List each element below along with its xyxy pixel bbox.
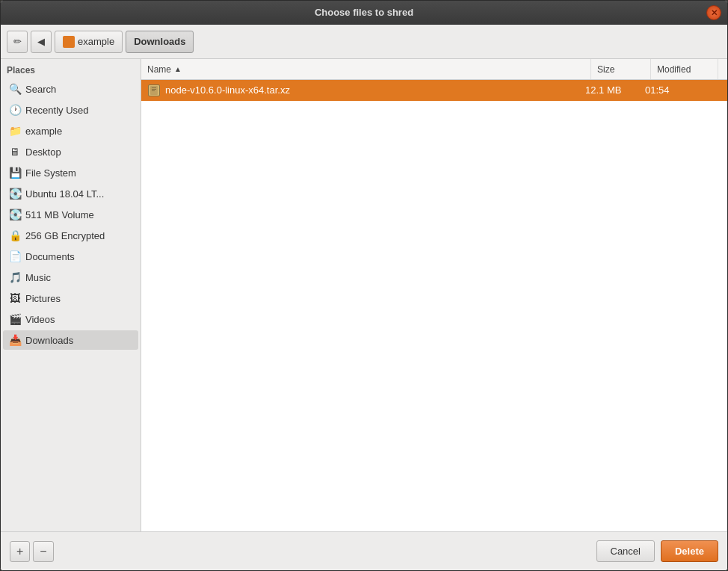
breadcrumb-downloads[interactable]: Downloads xyxy=(126,31,194,53)
svg-rect-1 xyxy=(152,87,156,88)
remove-button[interactable]: − xyxy=(33,541,53,562)
example-icon: 📁 xyxy=(9,125,21,137)
dialog-title: Choose files to shred xyxy=(315,7,413,18)
sidebar-item-ubuntu[interactable]: 💽 Ubuntu 18.04 LT... xyxy=(3,184,138,203)
sidebar-item-documents[interactable]: 📄 Documents xyxy=(3,247,138,266)
close-button[interactable]: ✕ xyxy=(706,5,721,20)
sidebar-item-256gb[interactable]: 🔒 256 GB Encrypted xyxy=(3,226,138,245)
file-size: 12.1 MB xyxy=(585,84,645,96)
toolbar: ✏ ◀ example Downloads xyxy=(1,25,727,59)
sort-arrow-name: ▲ xyxy=(174,65,182,73)
sidebar-section-label: Places xyxy=(1,59,141,78)
main-area: Places 🔍 Search 🕐 Recently Used 📁 exampl… xyxy=(1,59,727,531)
desktop-icon: 🖥 xyxy=(9,146,21,158)
sidebar-item-pictures[interactable]: 🖼 Pictures xyxy=(3,288,138,308)
titlebar: Choose files to shred ✕ xyxy=(1,1,727,25)
back-button[interactable]: ◀ xyxy=(31,31,52,53)
footer-right: Cancel Delete xyxy=(596,540,719,562)
filelist-header: Name ▲ Size Modified xyxy=(141,59,727,80)
footer: + − Cancel Delete xyxy=(1,531,727,570)
add-button[interactable]: + xyxy=(10,541,30,562)
column-size[interactable]: Size xyxy=(591,59,651,79)
filesystem-icon: 💾 xyxy=(9,167,21,179)
cancel-button[interactable]: Cancel xyxy=(596,540,655,562)
videos-icon: 🎬 xyxy=(9,313,21,325)
table-row[interactable]: node-v10.6.0-linux-x64.tar.xz 12.1 MB 01… xyxy=(141,80,727,101)
edit-icon: ✏ xyxy=(13,36,22,47)
delete-button[interactable]: Delete xyxy=(661,540,718,562)
pictures-icon: 🖼 xyxy=(9,292,21,304)
column-name[interactable]: Name ▲ xyxy=(141,59,591,79)
music-icon: 🎵 xyxy=(9,271,21,283)
file-name: node-v10.6.0-linux-x64.tar.xz xyxy=(165,84,585,96)
file-archive-icon xyxy=(147,84,161,97)
remove-icon: − xyxy=(40,545,46,558)
sidebar-item-example[interactable]: 📁 example xyxy=(3,121,138,141)
documents-icon: 📄 xyxy=(9,250,21,262)
search-icon: 🔍 xyxy=(9,83,21,95)
ubuntu-drive-icon: 💽 xyxy=(9,188,21,200)
sidebar-item-511mb[interactable]: 💽 511 MB Volume xyxy=(3,205,138,224)
footer-left: + − xyxy=(10,541,54,562)
recently-used-icon: 🕐 xyxy=(9,104,21,116)
svg-rect-2 xyxy=(152,89,156,90)
breadcrumb-example[interactable]: example xyxy=(55,31,123,53)
sidebar-item-search[interactable]: 🔍 Search xyxy=(3,79,138,99)
downloads-icon: 📥 xyxy=(9,334,21,346)
file-modified: 01:54 xyxy=(645,84,712,96)
sidebar: Places 🔍 Search 🕐 Recently Used 📁 exampl… xyxy=(1,59,141,531)
filelist-pane: Name ▲ Size Modified xyxy=(141,59,727,531)
edit-button[interactable]: ✏ xyxy=(7,31,28,53)
dialog: Choose files to shred ✕ ✏ ◀ example Down… xyxy=(0,0,728,571)
256gb-drive-icon: 🔒 xyxy=(9,229,21,241)
example-folder-icon xyxy=(63,36,75,48)
sidebar-item-desktop[interactable]: 🖥 Desktop xyxy=(3,142,138,161)
sidebar-item-filesystem[interactable]: 💾 File System xyxy=(3,163,138,182)
sidebar-empty-area xyxy=(1,351,141,531)
sidebar-item-recently-used[interactable]: 🕐 Recently Used xyxy=(3,100,138,120)
add-icon: + xyxy=(16,545,23,558)
filelist-body: node-v10.6.0-linux-x64.tar.xz 12.1 MB 01… xyxy=(141,80,727,531)
sidebar-item-music[interactable]: 🎵 Music xyxy=(3,268,138,287)
svg-rect-3 xyxy=(152,90,155,91)
511mb-drive-icon: 💽 xyxy=(9,209,21,220)
sidebar-item-downloads[interactable]: 📥 Downloads xyxy=(3,330,138,350)
sidebar-item-videos[interactable]: 🎬 Videos xyxy=(3,309,138,329)
back-icon: ◀ xyxy=(37,36,45,47)
column-modified[interactable]: Modified xyxy=(651,59,718,79)
